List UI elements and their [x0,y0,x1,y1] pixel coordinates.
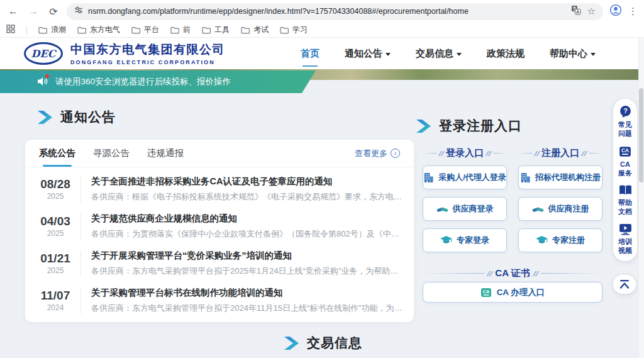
section-title: 通知公告 [60,108,116,126]
browser-window: ← → ⟳ nsrm.dongfang.com/platform/runtime… [0,0,644,358]
building-icon [423,172,434,183]
tab-sourcing-announcements[interactable]: 寻源公告 [93,140,130,167]
expert-register-button[interactable]: 专家注册 [518,228,602,252]
back-icon[interactable]: ← [6,6,20,17]
login-header: 登录入口 [423,147,507,159]
announcement-row[interactable]: 08/28 2025 关于全面推进非招标采购业务CA认证及电子签章应用的通知 各… [35,171,404,208]
section-title: 登录注册入口 [439,117,522,135]
main-nav: 首页 通知公告 交易信息 政策法规 帮助中心 [301,48,596,60]
help-docs-shortcut[interactable]: 帮助文档 [618,184,632,216]
page-content: 请使用360安全浏览器进行后续投标、报价操作 通知公告 系统公告 寻源公告 违规… [0,69,638,358]
video-icon [619,223,632,235]
handshake-icon [436,204,448,214]
back-to-top-button[interactable] [613,275,636,294]
reload-icon[interactable]: ⟳ [47,6,60,18]
bookmark-folder[interactable]: 前 [170,25,191,35]
announcement-date: 01/21 2025 [35,252,75,275]
notice-text: 请使用360安全浏览器进行后续投标、报价操作 [55,76,231,87]
nav-home[interactable]: 首页 [301,48,319,60]
to-top-icon [619,279,630,289]
section-arrow-icon [284,337,299,350]
svg-text:CA: CA [482,289,489,294]
announcement-title[interactable]: 关于采购管理平台标书在线制作功能培训的通知 [91,287,404,299]
trade-section-header: 交易信息 [284,334,362,352]
nav-announcements[interactable]: 通知公告 [345,48,391,60]
nav-trade-info[interactable]: 交易信息 [416,48,462,60]
bookmark-folder[interactable]: 东方电气 [77,25,120,35]
announcements-list: 08/28 2025 关于全面推进非招标采购业务CA认证及电子签章应用的通知 各… [25,167,414,319]
profile-icon[interactable] [609,4,622,19]
browser-menu-icon[interactable]: ⋮ [628,6,638,17]
divider [80,250,81,277]
scrollbar-track[interactable] [638,38,644,358]
floating-sidebar: ? 常见问题 CA CA服务 帮助文档 培训视频 [613,99,637,261]
faq-shortcut[interactable]: ? 常见问题 [618,105,632,138]
announcement-date: 11/07 2024 [35,289,75,312]
handshake-icon [532,204,544,214]
entry-buttons: 采购人/代理人登录 招标代理机构注册 供应商登录 供应商注册 专家登录 专家注册 [423,165,602,252]
ca-badge-icon: CA [619,145,631,158]
purchaser-agent-login-button[interactable]: 采购人/代理人登录 [423,165,507,189]
book-icon [619,184,632,196]
bookmark-folder[interactable]: 浪潮 [38,25,66,35]
bookmark-folder[interactable]: 学习 [280,25,308,35]
announcement-title[interactable]: 关于规范供应商企业规模信息的通知 [91,213,404,225]
svg-text:CA: CA [621,147,629,154]
announcement-desc: 各供应商：东方电气采购管理平台拟于2024年11月15日上线“标书在线制作”功能… [91,303,404,314]
section-arrow-icon [416,120,431,133]
divider [80,288,81,314]
question-bubble-icon: ? [619,105,632,118]
browser-toolbar: ← → ⟳ nsrm.dongfang.com/platform/runtime… [0,0,644,23]
url-bar[interactable]: nsrm.dongfang.com/platform/runtime/epp/d… [67,3,603,20]
bookmark-label: 东方电气 [90,25,120,35]
announcements-section-header: 通知公告 [38,108,116,126]
ca-apply-button[interactable]: CA CA 办理入口 [423,282,602,303]
view-more-link[interactable]: 查看更多 › [355,148,400,159]
section-title: 交易信息 [307,334,362,352]
announcement-row[interactable]: 11/07 2024 关于采购管理平台标书在线制作功能培训的通知 各供应商：东方… [35,282,404,319]
ca-service-shortcut[interactable]: CA CA服务 [618,145,632,178]
company-name-block: 中国东方电气集团有限公司 DONGFANG ELECTRIC CORPORATI… [70,42,225,65]
dec-logo[interactable]: DEC [24,42,63,65]
announcement-row[interactable]: 01/21 2025 关于开展采购管理平台“竞价采购业务”培训的通知 各供应商：… [35,245,404,282]
site-settings-icon[interactable] [74,6,83,17]
svg-text:?: ? [623,107,628,115]
supplier-login-button[interactable]: 供应商登录 [423,197,507,221]
expert-login-button[interactable]: 专家登录 [423,228,507,252]
announcements-card: 系统公告 寻源公告 违规通报 查看更多 › 08/28 2025 关于全面推进非… [25,140,414,322]
supplier-register-button[interactable]: 供应商注册 [518,197,602,221]
bidding-agency-register-button[interactable]: 招标代理机构注册 [518,165,602,189]
bookmark-folder[interactable]: 考试 [241,25,269,35]
nav-help-center[interactable]: 帮助中心 [550,48,596,60]
bookmark-label: 平台 [144,25,159,35]
training-videos-shortcut[interactable]: 培训视频 [618,223,632,255]
announcement-date: 04/03 2025 [35,215,75,238]
announcements-tabs: 系统公告 寻源公告 违规通报 查看更多 › [25,140,414,167]
bookmark-label: 考试 [253,25,269,35]
chevron-down-icon [386,53,391,56]
bookmark-label: 浪潮 [51,25,66,35]
bookmark-folder[interactable]: 平台 [131,25,159,35]
company-name-en: DONGFANG ELECTRIC CORPORATION [70,59,225,65]
announcement-row[interactable]: 04/03 2025 关于规范供应商企业规模信息的通知 各供应商：为贯彻落实《保… [35,208,404,245]
bookmark-folder[interactable]: 工具 [202,25,230,35]
section-arrow-icon [38,111,52,124]
nav-policies[interactable]: 政策法规 [487,48,525,60]
bookmark-star-icon[interactable]: ☆ [587,6,596,17]
forward-icon[interactable]: → [26,6,40,17]
graduation-cap-icon [536,235,548,245]
tab-system-announcements[interactable]: 系统公告 [39,140,75,167]
divider [26,26,27,35]
url-text[interactable]: nsrm.dongfang.com/platform/runtime/epp/d… [88,7,566,16]
announcement-title[interactable]: 关于全面推进非招标采购业务CA认证及电子签章应用的通知 [91,176,404,187]
apps-grid-icon[interactable] [6,25,15,36]
announcement-title[interactable]: 关于开展采购管理平台“竞价采购业务”培训的通知 [91,250,404,262]
tab-violation-reports[interactable]: 违规通报 [147,140,184,167]
chevron-down-icon [591,53,596,56]
scrollbar-thumb[interactable] [639,88,643,182]
site-header: DEC 中国东方电气集团有限公司 DONGFANG ELECTRIC CORPO… [0,38,638,69]
ca-badge-icon: CA [480,287,492,298]
bookmark-label: 前 [183,25,191,35]
building-icon [520,172,531,183]
translate-icon[interactable] [571,5,581,18]
